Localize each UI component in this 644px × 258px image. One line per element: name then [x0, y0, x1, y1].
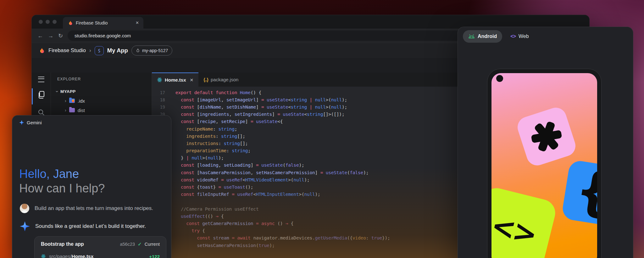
code-text: const [hasCameraPermission, setHasCamera… [175, 170, 369, 175]
folder-icon [69, 108, 75, 112]
android-label: Android [478, 34, 497, 39]
preview-panel: Android <> Web { <> [458, 27, 633, 258]
back-icon[interactable]: ← [37, 33, 43, 39]
curly-brace-glyph: { [571, 159, 597, 224]
angle-brackets-glyph: <> [491, 208, 539, 252]
menu-icon[interactable] [38, 77, 44, 82]
chevron-down-icon: › [55, 91, 60, 92]
assistant-message: Sounds like a great idea! Let’s build it… [35, 223, 146, 229]
folder-icon [69, 99, 75, 103]
gemini-star-icon [20, 221, 30, 231]
code-text: useEffect(() ⇒ { [175, 214, 224, 219]
url-text: studio.firebase.google.com [75, 33, 131, 38]
preview-header: Android <> Web [463, 30, 529, 43]
android-icon [468, 34, 475, 39]
explorer-title: EXPLORER [51, 77, 152, 81]
code-text: const getCameraPermission = async () ⇒ { [175, 221, 293, 226]
tree-item-dist[interactable]: › dist [51, 105, 152, 115]
user-avatar [20, 204, 29, 213]
check-icon: ✓ [138, 241, 142, 247]
droplet-icon [136, 48, 140, 53]
project-id-pill[interactable]: my-app-5127 [131, 46, 173, 56]
close-icon[interactable]: ✕ [190, 78, 194, 83]
user-message: Build an app that lets me turn images in… [35, 205, 153, 212]
line-number: 17 [152, 90, 165, 95]
code-text: const videoRef = useRef<HTMLVideoElement… [175, 177, 310, 182]
breadcrumb-chevron: › [89, 47, 91, 54]
tab-package-json[interactable]: {..} package.json [198, 73, 243, 87]
web-label: Web [519, 34, 529, 39]
code-text: const [loading, setLoading] = useState(f… [175, 163, 304, 168]
bootstrap-card[interactable]: Bootstrap the app a56c23 ✓ Current src/p… [34, 236, 166, 258]
explorer-root[interactable]: › MYAPP [51, 89, 152, 94]
browser-tab[interactable]: Firebase Studio ✕ [63, 17, 143, 29]
chevron-right-icon: › [65, 98, 66, 103]
code-text: const fileInputRef = useRef<HTMLInputEle… [175, 192, 320, 197]
code-text: } | null>(null); [175, 155, 224, 160]
code-text: const [recipe, setRecipe] = useState<{ [175, 119, 283, 124]
firebase-flame-icon [67, 20, 73, 26]
assistant-message-row: Sounds like a great idea! Let’s build it… [20, 221, 146, 231]
greeting-line2: How can I help? [19, 182, 105, 195]
code-text: preparationTime: string; [175, 148, 251, 153]
code-text: //Camera Permission useEffect [175, 207, 258, 212]
camera-punch-hole [496, 75, 503, 82]
window-controls[interactable] [32, 15, 63, 29]
reload-icon[interactable]: ↻ [58, 33, 63, 39]
code-text: ingredients: string[]; [175, 134, 245, 139]
card-title: Bootstrap the app [41, 241, 84, 247]
web-toggle[interactable]: <> Web [510, 34, 529, 39]
gemini-title: Gemini [27, 120, 42, 125]
stage: Firebase Studio ✕ ← → ↻ studio.firebase.… [0, 0, 644, 258]
explorer-files-icon[interactable] [37, 90, 45, 99]
gemini-star-icon [19, 120, 24, 125]
product-name[interactable]: Firebase Studio [48, 47, 86, 54]
app-name[interactable]: My App [107, 47, 128, 54]
phone-mockup: { <> [487, 69, 602, 258]
active-view-indicator [32, 88, 33, 105]
asterisk-icon [528, 118, 565, 155]
code-tile: <> [491, 185, 558, 258]
line-number: 19 [152, 105, 165, 110]
code-text: export default function Home() { [175, 90, 261, 95]
json-icon: {..} [203, 77, 208, 82]
diff-count: +122 [149, 254, 160, 258]
app-icon [95, 46, 104, 55]
brace-tile: { [561, 159, 597, 228]
tree-item-idx[interactable]: › .idx [51, 96, 152, 105]
firebase-flame-icon [38, 47, 45, 54]
code-text: const {toast} = useToast(); [175, 185, 253, 190]
code-text: setHasCameraPermission(true); [175, 243, 275, 248]
code-text: recipeName: string; [175, 126, 237, 132]
code-text: const stream = await navigator.mediaDevi… [175, 235, 390, 240]
android-toggle[interactable]: Android [463, 30, 502, 43]
gemini-header: Gemini [19, 120, 42, 125]
tab-close-icon[interactable]: ✕ [136, 20, 139, 25]
gemini-panel: Gemini Hello, Jane How can I help? Build… [12, 115, 171, 258]
gemini-greeting: Hello, Jane How can I help? [19, 167, 105, 196]
file-path[interactable]: src/pages/Home.tsx [49, 254, 93, 258]
line-number: 18 [152, 97, 165, 102]
code-text: const [ingredients, setIngredients] = us… [175, 112, 344, 117]
commit-hash: a56c23 [120, 242, 135, 247]
react-icon [41, 254, 46, 258]
code-text: instructions: string[]; [175, 141, 248, 146]
forward-icon[interactable]: → [48, 33, 53, 39]
react-icon [157, 77, 162, 83]
chevron-right-icon: › [65, 108, 66, 113]
code-text: try { [175, 228, 205, 233]
code-brackets-icon: <> [510, 34, 516, 39]
project-id: my-app-5127 [142, 48, 168, 53]
phone-screen: { <> [491, 73, 597, 258]
code-text: const [imageUrl, setImageUrl] = useState… [175, 97, 347, 102]
tab-home-tsx[interactable]: Home.tsx ✕ [152, 73, 198, 87]
browser-tab-title: Firebase Studio [76, 20, 108, 25]
greeting-line1: Hello, Jane [19, 167, 79, 181]
asterisk-tile [515, 105, 578, 168]
user-message-row: Build an app that lets me turn images in… [20, 204, 153, 213]
code-text: const [dishName, setDishName] = useState… [175, 105, 347, 110]
status-badge: Current [145, 242, 160, 247]
